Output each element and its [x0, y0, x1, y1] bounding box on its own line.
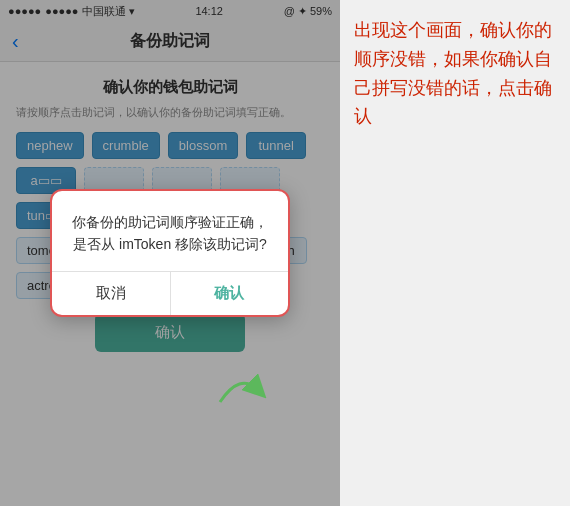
arrow-icon [210, 362, 270, 412]
annotation-text: 出现这个画面，确认你的顺序没错，如果你确认自己拼写没错的话，点击确认 [354, 16, 556, 131]
dialog: 你备份的助记词顺序验证正确，是否从 imToken 移除该助记词? 取消 确认 [50, 189, 290, 318]
dialog-overlay: 你备份的助记词顺序验证正确，是否从 imToken 移除该助记词? 取消 确认 [0, 0, 340, 506]
dialog-ok-button[interactable]: 确认 [171, 272, 289, 315]
arrow-wrap [210, 362, 270, 416]
dialog-buttons: 取消 确认 [52, 271, 288, 315]
phone-panel: ●●●●● ●●●●● 中国联通 ▾ 14:12 @ ✦ 59% ‹ 备份助记词… [0, 0, 340, 506]
dialog-message: 你备份的助记词顺序验证正确，是否从 imToken 移除该助记词? [68, 211, 272, 256]
dialog-cancel-button[interactable]: 取消 [52, 272, 171, 315]
annotation-panel: 出现这个画面，确认你的顺序没错，如果你确认自己拼写没错的话，点击确认 [340, 0, 570, 506]
